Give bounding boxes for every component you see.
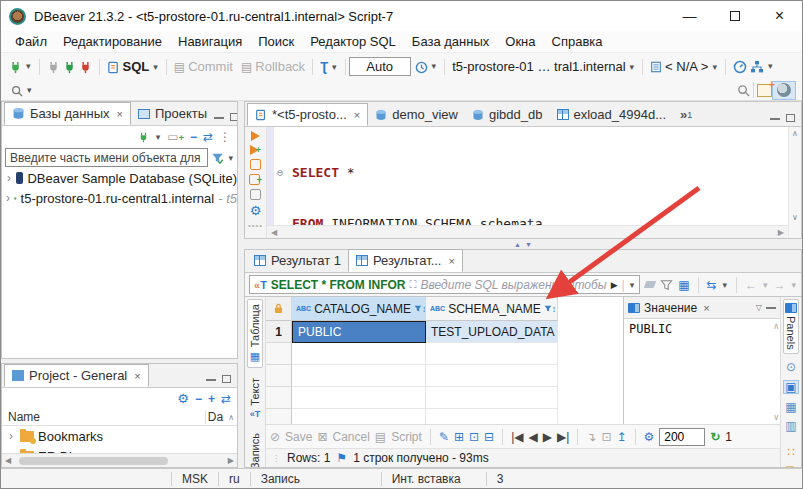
sql-code-area[interactable]: ⊖SELECT * FROM INFORMATION_SCHEMA.schema…: [274, 127, 788, 238]
first-row-icon[interactable]: |◀: [511, 430, 523, 444]
nav-forward-dropdown[interactable]: ▾: [790, 280, 797, 290]
scroll-right-icon[interactable]: ▶: [778, 228, 784, 237]
commit-button[interactable]: Commit: [188, 59, 233, 74]
schema-selector[interactable]: < N/A >: [665, 59, 708, 74]
column-filter-sort-icon[interactable]: ↕: [544, 304, 557, 314]
editor-vscrollbar[interactable]: ∧ ∨: [788, 127, 801, 238]
add-row-icon[interactable]: ⊞: [454, 430, 464, 444]
editor-hscrollbar[interactable]: ◀ ▶: [267, 225, 788, 238]
value-menu-icon[interactable]: ▽: [756, 303, 762, 312]
tab-projects[interactable]: Проекты: [131, 102, 214, 125]
scroll-left-icon[interactable]: ◀: [271, 228, 277, 237]
editor-settings-gear-icon[interactable]: ⚙: [250, 204, 262, 217]
menu-help[interactable]: Справка: [544, 34, 611, 49]
column-header-catalog-name[interactable]: ABC CATALOG_NAME ↕: [292, 297, 426, 321]
object-filter-input[interactable]: [5, 148, 208, 167]
commit-mode-selector[interactable]: Auto: [349, 57, 411, 76]
sql-editor-icon[interactable]: [107, 59, 120, 73]
minimize-panel-icon[interactable]: [206, 378, 216, 381]
tree-item-t5-prostore[interactable]: › t5-prostore-01.ru-central1.internal - …: [2, 188, 237, 208]
calc-panel-icon[interactable]: ▥: [785, 420, 796, 432]
transaction-mode-dropdown[interactable]: ▾: [331, 62, 338, 72]
schema-selector-dropdown[interactable]: ▾: [711, 62, 718, 72]
compare-dropdown[interactable]: ▾: [722, 280, 729, 290]
refresh-icon[interactable]: ↻: [710, 430, 720, 444]
value-minimize-icon[interactable]: [766, 306, 776, 309]
connection-selector[interactable]: t5-prostore-01 … tral1.internal: [452, 59, 625, 74]
save-button[interactable]: Save: [285, 430, 312, 444]
tab-overflow[interactable]: » 1: [673, 103, 699, 126]
project-settings-gear-icon[interactable]: ⚙: [177, 392, 189, 405]
tab-close-icon[interactable]: ×: [354, 109, 360, 121]
value-content[interactable]: PUBLIC ∧∨: [624, 319, 780, 424]
expander-icon[interactable]: ›: [6, 171, 12, 185]
column-name[interactable]: Name: [2, 410, 205, 424]
tree-item-er-diagrams[interactable]: › ER Diagrams: [2, 446, 237, 453]
save-filter-funnel-icon[interactable]: [660, 278, 673, 292]
link-with-editor-icon[interactable]: ⇄: [203, 130, 213, 144]
transaction-mode-icon[interactable]: Ʈ: [320, 59, 328, 74]
view-menu-icon[interactable]: ⋮: [219, 130, 231, 144]
maximize-panel-icon[interactable]: [222, 375, 231, 383]
tab-result-2[interactable]: Результат... ×: [348, 249, 463, 272]
nav-new-connection-dropdown[interactable]: ▾: [155, 132, 162, 142]
new-folder-icon[interactable]: ▭+: [167, 130, 184, 144]
sash-down-icon[interactable]: ▼: [525, 241, 532, 248]
menu-navigation[interactable]: Навигация: [170, 34, 250, 49]
column-date[interactable]: Da: [205, 410, 225, 424]
transaction-log-icon[interactable]: [415, 59, 428, 73]
disconnect-icon[interactable]: [79, 59, 92, 73]
menu-file[interactable]: Файл: [7, 34, 55, 49]
tab-close-icon[interactable]: ×: [449, 255, 455, 267]
tab-project-close-icon[interactable]: ×: [134, 370, 140, 382]
tab-demo-view[interactable]: demo_view: [368, 103, 465, 126]
nav-back-dropdown[interactable]: ▾: [762, 280, 769, 290]
apply-filter-icon[interactable]: ▶: [611, 280, 618, 290]
rollback-button[interactable]: Rollback: [255, 59, 305, 74]
metadata-panel-icon[interactable]: ⊙: [786, 361, 796, 373]
sash-up-icon[interactable]: ▲: [514, 241, 521, 248]
menu-database[interactable]: База данных: [404, 34, 497, 49]
expander-icon[interactable]: ›: [6, 191, 10, 205]
value-tab-close-icon[interactable]: ×: [703, 302, 709, 314]
filter-settings-icon[interactable]: [211, 151, 224, 165]
minimize-editor-icon[interactable]: [770, 117, 780, 120]
scroll-thumb[interactable]: [19, 457, 168, 465]
collapse-all-icon[interactable]: −: [195, 392, 202, 406]
nav-forward-icon[interactable]: →: [773, 278, 785, 292]
open-perspective-icon[interactable]: [757, 84, 772, 97]
filter-history-dropdown[interactable]: ▾: [629, 280, 636, 290]
scroll-down-icon[interactable]: ∨: [792, 213, 798, 222]
filter-settings-dropdown[interactable]: ▾: [227, 153, 234, 163]
scroll-up-icon[interactable]: ∧: [225, 413, 237, 422]
close-button[interactable]: ×: [757, 1, 802, 31]
cancel-button[interactable]: Cancel: [332, 430, 369, 444]
expander-icon[interactable]: ›: [6, 429, 16, 443]
maximize-button[interactable]: [712, 1, 757, 31]
value-scrollbar[interactable]: ∧∨: [774, 321, 779, 422]
fetch-size-input[interactable]: [659, 428, 705, 446]
presentation-tab-grid[interactable]: Таблица ▦: [247, 299, 263, 368]
editor-results-sash[interactable]: ▲ ▼: [244, 239, 802, 249]
menu-sql-editor[interactable]: Редактор SQL: [302, 34, 404, 49]
sql-dropdown[interactable]: ▾: [152, 62, 159, 72]
grid-corner-cell[interactable]: [266, 297, 292, 321]
nav-back-icon[interactable]: ←: [745, 278, 757, 292]
expand-filter-icon[interactable]: ⛶: [410, 279, 417, 291]
dbeaver-perspective-button[interactable]: [772, 81, 796, 100]
tab-result-1[interactable]: Результат 1: [247, 249, 348, 272]
project-hscrollbar[interactable]: ◀ ▶: [2, 453, 237, 467]
menu-edit[interactable]: Редактирование: [55, 34, 170, 49]
tab-databases[interactable]: Базы данных ×: [4, 102, 131, 125]
collapse-all-icon[interactable]: −: [190, 130, 197, 144]
clear-filter-eraser-icon[interactable]: [644, 281, 656, 288]
execute-script-new-tab-icon[interactable]: +: [249, 174, 262, 185]
result-settings-gear-icon[interactable]: ⚙: [644, 430, 655, 444]
er-diagram-dropdown[interactable]: ▾: [767, 61, 774, 71]
tree-item-bookmarks[interactable]: › Bookmarks: [2, 426, 237, 446]
panels-tab[interactable]: Panels: [783, 299, 799, 354]
grouping-panel-icon[interactable]: ∷: [787, 446, 795, 458]
delete-row-icon[interactable]: ⊟: [484, 430, 494, 444]
new-connection-dropdown[interactable]: ▾: [25, 61, 32, 71]
tab-sql-script[interactable]: *<t5-prosto... ×: [247, 103, 368, 126]
